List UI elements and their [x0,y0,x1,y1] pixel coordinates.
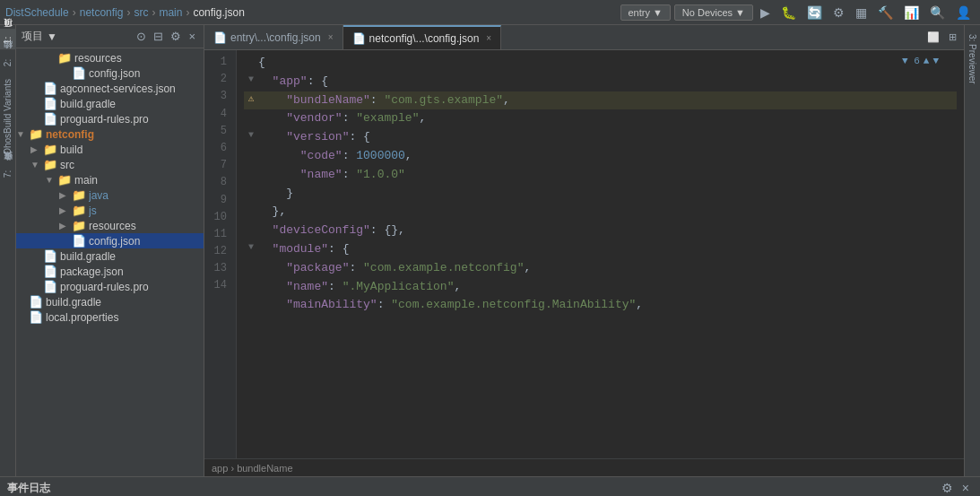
tree-src[interactable]: ▼ 📁 src [16,157,204,172]
code-line-8: } [244,185,957,204]
tab-icon-2: 📄 [352,32,366,45]
ohos-tab[interactable]: OhosBuild Variants [1,74,14,161]
tab-netconfig-config[interactable]: 📄 netconfig\...\config.json × [343,25,502,49]
fold-count: ▼ 6 ▲ ▼ [902,54,939,70]
sync-button[interactable]: 🔄 [803,4,826,22]
bottom-panel: 事件日志 ⚙ × 18:46 Gradle sync started 18:47… [0,476,980,496]
code-line-14: "mainAbility": "com.example.netconfig.Ma… [244,296,957,315]
panel-close-button[interactable]: × [958,479,973,496]
split-editor-button[interactable]: ⊞ [945,30,960,45]
tree-config-json-1[interactable]: 📄 config.json [16,65,204,81]
file-tree-content: 📁 resources 📄 config.json 📄 agconnect-se… [16,48,204,476]
main-folder-icon: 📁 [57,173,72,187]
editor-tab-actions: ⬜ ⊞ [924,30,964,45]
res-folder-icon: 📁 [72,219,86,232]
code-line-5: ▼ "version": { [244,128,957,147]
dropdown-icon: ▼ [47,30,57,43]
previewer-tab[interactable]: 3: Previewer [966,29,979,90]
layout-button[interactable]: ▦ [852,4,871,22]
debug-button[interactable]: 🐛 [777,4,800,22]
tab-label-2: netconfig\...\config.json [369,32,480,45]
bottom-panel-title: 事件日志 [7,481,50,496]
bottom-panel-header: 事件日志 ⚙ × [0,477,980,496]
code-line-6: "code": 1000000, [244,147,957,166]
fold-gutter-5[interactable]: ▼ [244,128,258,143]
file-json-icon: 📄 [72,66,86,80]
search-button[interactable]: 🔍 [926,4,949,22]
breadcrumb-src[interactable]: src [134,6,148,19]
account-button[interactable]: 👤 [952,4,975,22]
code-line-1: { [244,54,957,73]
js-folder-icon: 📁 [72,204,86,217]
entry-button[interactable]: entry ▼ [620,4,671,21]
breadcrumb-distschedule[interactable]: DistSchedule [5,6,69,19]
src-folder-icon: 📁 [43,158,57,171]
code-line-3: ⚠ "bundleName": "com.gts.example", [244,91,957,110]
tab-entry-config[interactable]: 📄 entry\...\config.json × [204,25,343,49]
tree-build-folder[interactable]: ▶ 📁 build [16,142,204,157]
breadcrumb: DistSchedule › netconfig › src › main › … [5,6,245,19]
fold-count-label: ▼ 6 [902,54,920,70]
editor-area: 📄 entry\...\config.json × 📄 netconfig\..… [204,25,964,476]
panel-settings-button[interactable]: ⚙ [938,479,957,496]
fold-up-icon[interactable]: ▲ [924,54,930,70]
entry-dropdown-icon: ▼ [653,7,663,18]
tree-main[interactable]: ▼ 📁 main [16,172,204,187]
code-line-7: "name": "1.0.0" [244,166,957,185]
fold-down-icon[interactable]: ▼ [932,54,939,70]
tree-proguard-2[interactable]: 📄 proguard-rules.pro [16,279,204,294]
collapse-tree-button[interactable]: ⊟ [151,29,166,44]
structure-tab[interactable]: 2: 结构 [0,51,16,72]
fold-gutter-2[interactable]: ▼ [244,73,258,87]
code-line-13: "name": ".MyApplication", [244,278,957,297]
entry-label: entry [629,7,650,18]
tree-config-json-selected[interactable]: 📄 config.json [16,233,204,248]
file-tree-title-text: 项目 [22,29,43,44]
favorites-tab[interactable]: 7: 收藏夹 [0,162,16,183]
devices-dropdown-icon: ▼ [735,7,745,18]
settings-button[interactable]: ⚙ [829,4,848,22]
tab-close-2[interactable]: × [486,33,491,43]
tree-java[interactable]: ▶ 📁 java [16,187,204,203]
editor-tabs: 📄 entry\...\config.json × 📄 netconfig\..… [204,25,964,50]
breadcrumb-netconfig[interactable]: netconfig [80,6,124,19]
config-json-icon: 📄 [72,234,86,248]
line-numbers: 1 2 3 4 5 6 7 8 9 10 11 12 13 14 [204,50,237,458]
tree-resources-1[interactable]: 📁 resources [16,50,204,65]
expand-editor-button[interactable]: ⬜ [924,30,943,45]
code-line-9: }, [244,203,957,222]
root-gradle-icon: 📄 [29,295,43,309]
devices-label: No Devices [682,7,733,18]
code-content[interactable]: ▼ 6 ▲ ▼ { ▼ "app": { ⚠ "bundleN [237,50,964,458]
tree-build-gradle-1[interactable]: 📄 build.gradle [16,96,204,111]
gradle-icon: 📄 [43,97,57,110]
file-tree-header: 项目 ▼ ⊙ ⊟ ⚙ × [16,25,204,48]
tab-label-1: entry\...\config.json [230,31,321,44]
tree-local-properties[interactable]: 📄 local.properties [16,309,204,325]
tree-settings-button[interactable]: ⚙ [168,29,184,44]
code-editor: 1 2 3 4 5 6 7 8 9 10 11 12 13 14 ▼ 6 ▲ [204,50,964,458]
tree-proguard-1[interactable]: 📄 proguard-rules.pro [16,111,204,126]
editor-breadcrumb: app › bundleName [204,458,964,476]
tree-resources-2[interactable]: ▶ 📁 resources [16,218,204,233]
fold-gutter-11[interactable]: ▼ [244,240,258,255]
tab-close-1[interactable]: × [328,32,334,42]
devices-button[interactable]: No Devices ▼ [674,4,753,21]
tree-js[interactable]: ▶ 📁 js [16,203,204,218]
code-line-12: "package": "com.example.netconfig", [244,259,957,278]
tree-netconfig[interactable]: ▼ 📁 netconfig [16,126,204,142]
build-button[interactable]: 🔨 [874,4,897,22]
top-bar-right: entry ▼ No Devices ▼ ▶ 🐛 🔄 ⚙ ▦ 🔨 📊 🔍 👤 [620,4,976,22]
tree-package-json[interactable]: 📄 package.json [16,264,204,279]
right-gutter: 3: Previewer [964,25,980,476]
tree-build-gradle-2[interactable]: 📄 build.gradle [16,248,204,264]
tree-agconnect[interactable]: 📄 agconnect-services.json [16,81,204,96]
run-button[interactable]: ▶ [757,4,774,22]
tree-build-gradle-root[interactable]: 📄 build.gradle [16,294,204,309]
sync-tree-button[interactable]: ⊙ [134,29,149,44]
profiler-button[interactable]: 📊 [900,4,923,22]
breadcrumb-main[interactable]: main [159,6,182,19]
close-tree-button[interactable]: × [186,29,198,44]
bottom-panel-actions: ⚙ × [938,479,973,496]
project-tab[interactable]: 1: 项目 [0,29,16,49]
